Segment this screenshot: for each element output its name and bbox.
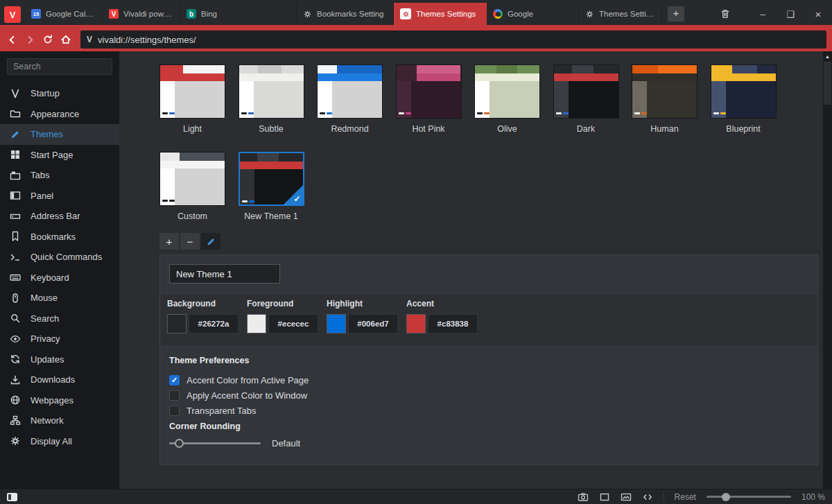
theme-hot-pink[interactable]: Hot Pink xyxy=(396,64,462,134)
remove-theme-button[interactable]: − xyxy=(180,233,200,250)
sidebar-item-search[interactable]: Search xyxy=(0,309,119,329)
tiling-icon[interactable] xyxy=(599,492,610,503)
page-scrollbar[interactable]: ▲ xyxy=(823,51,832,489)
page-actions-image-icon[interactable] xyxy=(621,492,632,503)
sidebar-item-themes[interactable]: Themes xyxy=(0,124,119,145)
tab-google-calendar-[interactable]: 15Google Calendar - xyxy=(25,3,103,25)
settings-menu: StartupAppearanceThemesStart PageTabsPan… xyxy=(0,83,119,451)
theme-preview[interactable] xyxy=(632,64,697,119)
sidebar-item-address-bar[interactable]: Address Bar xyxy=(0,206,119,227)
sidebar-item-keyboard[interactable]: Keyboard xyxy=(0,268,119,288)
tab-google[interactable]: Google xyxy=(487,3,579,25)
theme-colors-band: Background#26272aForeground#ecececHighli… xyxy=(160,293,817,347)
color-swatch[interactable] xyxy=(247,314,266,333)
globe-icon xyxy=(10,394,21,406)
color-value-field[interactable]: #006ed7 xyxy=(348,314,398,333)
theme-preview[interactable] xyxy=(159,152,225,206)
theme-preview[interactable] xyxy=(317,64,383,119)
gear-icon xyxy=(585,10,594,19)
addressbar-icon xyxy=(10,211,21,222)
theme-preview[interactable] xyxy=(396,64,462,119)
sidebar-item-bookmarks[interactable]: Bookmarks xyxy=(0,227,119,247)
url-input[interactable] xyxy=(98,35,820,45)
tab-bing[interactable]: bBing xyxy=(180,3,297,25)
reload-button[interactable] xyxy=(39,31,57,49)
theme-human[interactable]: Human xyxy=(632,64,697,134)
scrollbar-thumb[interactable] xyxy=(824,62,831,105)
checkbox-unchecked[interactable] xyxy=(169,390,180,401)
checkbox-checked[interactable]: ✓ xyxy=(169,375,180,385)
theme-preview[interactable] xyxy=(474,64,540,119)
sidebar-item-tabs[interactable]: Tabs xyxy=(0,165,119,186)
theme-dark[interactable]: Dark xyxy=(553,64,619,134)
tab-label: Bookmarks Setting xyxy=(317,10,384,18)
zoom-slider-thumb[interactable] xyxy=(722,493,730,501)
color-value-field[interactable]: #26272a xyxy=(189,314,239,333)
vivaldi-menu-button[interactable]: V xyxy=(4,6,21,23)
color-swatch[interactable] xyxy=(327,314,346,333)
tab-bookmarks-setting[interactable]: Bookmarks Setting xyxy=(297,3,394,25)
sidebar-item-label: Privacy xyxy=(31,333,60,344)
capture-camera-icon[interactable] xyxy=(578,492,589,503)
color-value-field[interactable]: #ececec xyxy=(268,314,318,333)
theme-name-input[interactable] xyxy=(169,264,280,284)
theme-blueprint[interactable]: Blueprint xyxy=(711,64,777,134)
sidebar-item-network[interactable]: Network xyxy=(0,410,119,431)
checkbox-unchecked[interactable] xyxy=(169,406,180,416)
code-arrows-icon[interactable] xyxy=(642,492,653,503)
sidebar-item-quick-commands[interactable]: Quick Commands xyxy=(0,247,119,268)
sidebar-item-display-all[interactable]: Display All xyxy=(0,431,119,452)
sidebar-item-startup[interactable]: Startup xyxy=(0,83,119,104)
theme-light[interactable]: Light xyxy=(159,64,225,134)
color-swatch[interactable] xyxy=(167,314,187,333)
new-tab-button[interactable]: + xyxy=(668,6,684,21)
close-button[interactable]: × xyxy=(804,3,832,25)
search-input[interactable] xyxy=(7,58,112,75)
zoom-slider[interactable] xyxy=(707,496,791,498)
add-theme-button[interactable]: + xyxy=(159,233,179,250)
trash-icon[interactable] xyxy=(711,3,739,25)
theme-olive[interactable]: Olive xyxy=(474,64,540,134)
forward-button[interactable] xyxy=(21,31,39,49)
sidebar-item-privacy[interactable]: Privacy xyxy=(0,329,119,349)
tab-themes-settings[interactable]: Themes Settings xyxy=(394,3,487,25)
back-button[interactable] xyxy=(3,31,21,49)
tab-label: Vivaldi powers up xyxy=(123,10,173,18)
sidebar-item-label: Downloads xyxy=(31,374,75,385)
checkbox-row-transparent-tabs[interactable]: Transparent Tabs xyxy=(169,405,256,417)
minimize-button[interactable]: – xyxy=(749,3,777,25)
theme-new-theme-1[interactable]: ✓New Theme 1 xyxy=(239,152,304,221)
checkbox-row-apply-accent-color-to-window[interactable]: Apply Accent Color to Window xyxy=(169,390,307,401)
sidebar-item-label: Panel xyxy=(31,191,53,201)
theme-subtle[interactable]: Subtle xyxy=(239,64,304,134)
sidebar-item-panel[interactable]: Panel xyxy=(0,186,119,207)
theme-preview[interactable] xyxy=(711,64,777,119)
sidebar-item-label: Themes xyxy=(31,129,63,139)
corner-rounding-slider[interactable] xyxy=(169,442,261,444)
panel-toggle-icon[interactable] xyxy=(7,493,17,501)
theme-preview[interactable]: ✓ xyxy=(239,152,304,206)
scroll-up-icon[interactable]: ▲ xyxy=(823,51,832,61)
sidebar-item-downloads[interactable]: Downloads xyxy=(0,370,119,390)
tab-themes-settings[interactable]: Themes Settings xyxy=(579,3,662,25)
sidebar-item-updates[interactable]: Updates xyxy=(0,349,119,370)
home-button[interactable] xyxy=(57,31,75,49)
theme-preview[interactable] xyxy=(159,64,225,119)
url-field[interactable]: V xyxy=(80,31,826,49)
sidebar-item-start-page[interactable]: Start Page xyxy=(0,145,119,166)
sidebar-item-appearance[interactable]: Appearance xyxy=(0,104,119,125)
tab-vivaldi-powers-up[interactable]: VVivaldi powers up xyxy=(103,3,180,25)
theme-preview[interactable] xyxy=(239,64,304,119)
color-value-field[interactable]: #c83838 xyxy=(428,314,478,333)
sidebar-item-mouse[interactable]: Mouse xyxy=(0,288,119,309)
edit-theme-button[interactable] xyxy=(201,233,220,250)
theme-redmond[interactable]: Redmond xyxy=(317,64,383,134)
theme-preview[interactable] xyxy=(553,64,619,119)
color-swatch[interactable] xyxy=(406,314,426,333)
corner-rounding-handle[interactable] xyxy=(175,439,184,448)
sidebar-item-webpages[interactable]: Webpages xyxy=(0,390,119,411)
theme-custom[interactable]: Custom xyxy=(159,152,225,221)
zoom-reset-button[interactable]: Reset xyxy=(675,492,696,502)
checkbox-row-accent-color-from-active-page[interactable]: ✓Accent Color from Active Page xyxy=(169,374,309,386)
maximize-button[interactable]: ❑ xyxy=(777,3,804,25)
